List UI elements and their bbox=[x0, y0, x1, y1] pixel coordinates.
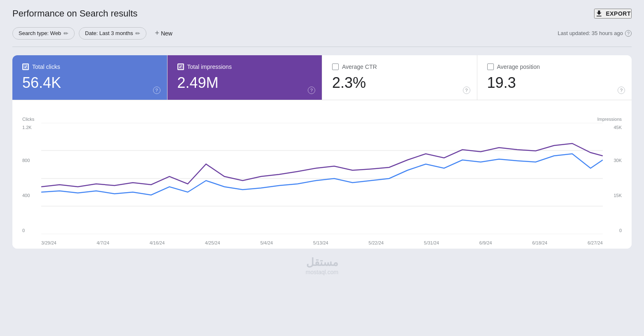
last-updated: Last updated: 35 hours ago ? bbox=[558, 30, 632, 37]
x-label-7: 5/22/24 bbox=[368, 240, 384, 245]
x-axis: 3/29/24 4/7/24 4/16/24 4/25/24 5/4/24 5/… bbox=[41, 240, 603, 245]
date-label: Date: Last 3 months bbox=[85, 30, 133, 36]
x-label-8: 5/31/24 bbox=[424, 240, 439, 245]
plus-icon: + bbox=[155, 29, 159, 38]
download-icon bbox=[595, 9, 603, 18]
metrics-row: Total clicks 56.4K ? Total impressions 2… bbox=[12, 55, 632, 100]
metric-header-clicks: Total clicks bbox=[22, 63, 157, 70]
chart-svg bbox=[41, 123, 603, 234]
x-label-5: 5/4/24 bbox=[260, 240, 273, 245]
ctr-checkbox[interactable] bbox=[332, 63, 339, 70]
date-filter[interactable]: Date: Last 3 months ✏ bbox=[79, 27, 146, 40]
date-edit-icon: ✏ bbox=[135, 30, 140, 37]
ctr-value: 2.3% bbox=[332, 74, 467, 92]
metric-tile-average-position[interactable]: Average position 19.3 ? bbox=[477, 55, 632, 100]
metric-tile-average-ctr[interactable]: Average CTR 2.3% ? bbox=[322, 55, 477, 100]
x-label-1: 3/29/24 bbox=[41, 240, 57, 245]
y-right-impressions-label: Impressions bbox=[597, 117, 622, 122]
y-right-30k: 30K bbox=[613, 158, 622, 163]
last-updated-text: Last updated: 35 hours ago bbox=[558, 30, 623, 36]
ctr-label: Average CTR bbox=[342, 63, 377, 70]
clicks-label: Total clicks bbox=[32, 63, 60, 70]
clicks-help-icon[interactable]: ? bbox=[153, 87, 160, 94]
clicks-value: 56.4K bbox=[22, 74, 157, 92]
export-label: EXPORT bbox=[606, 10, 631, 17]
last-updated-help-icon[interactable]: ? bbox=[625, 30, 632, 37]
y-right-45k: 45K bbox=[613, 125, 622, 130]
filter-row: Search type: Web ✏ Date: Last 3 months ✏… bbox=[12, 26, 632, 47]
position-value: 19.3 bbox=[487, 74, 622, 92]
x-label-11: 6/27/24 bbox=[587, 240, 603, 245]
export-button[interactable]: EXPORT bbox=[594, 9, 632, 19]
impressions-label: Total impressions bbox=[187, 63, 232, 70]
clicks-checkbox[interactable] bbox=[22, 63, 29, 70]
metric-header-position: Average position bbox=[487, 63, 622, 70]
y-left-clicks-label: Clicks bbox=[22, 117, 34, 122]
x-label-9: 6/9/24 bbox=[479, 240, 492, 245]
position-label: Average position bbox=[497, 63, 540, 70]
clicks-line bbox=[41, 154, 603, 195]
y-right-15k: 15K bbox=[613, 193, 622, 198]
metric-tile-total-impressions[interactable]: Total impressions 2.49M ? bbox=[167, 55, 323, 100]
new-button[interactable]: + New bbox=[151, 26, 177, 40]
search-type-edit-icon: ✏ bbox=[64, 30, 68, 37]
main-card: Total clicks 56.4K ? Total impressions 2… bbox=[12, 55, 632, 249]
search-type-label: Search type: Web bbox=[19, 30, 61, 36]
metric-header-ctr: Average CTR bbox=[332, 63, 467, 70]
impressions-value: 2.49M bbox=[177, 74, 312, 92]
x-label-6: 5/13/24 bbox=[313, 240, 328, 245]
y-left-800: 800 bbox=[22, 158, 30, 163]
chart-container: Clicks 1.2K 800 400 0 Impressions 45K 30… bbox=[12, 100, 632, 249]
position-help-icon[interactable]: ? bbox=[618, 87, 625, 94]
new-label: New bbox=[161, 30, 172, 37]
page-title: Performance on Search results bbox=[12, 8, 137, 19]
watermark-text: مستقل bbox=[12, 256, 632, 269]
x-label-3: 4/16/24 bbox=[149, 240, 165, 245]
impressions-help-icon[interactable]: ? bbox=[308, 87, 315, 94]
y-left-400: 400 bbox=[22, 193, 30, 198]
watermark-subtext: mostaql.com bbox=[12, 269, 632, 275]
x-label-10: 6/18/24 bbox=[532, 240, 547, 245]
watermark-container: مستقل mostaql.com bbox=[12, 249, 632, 278]
search-type-filter[interactable]: Search type: Web ✏ bbox=[12, 27, 75, 40]
ctr-help-icon[interactable]: ? bbox=[463, 87, 470, 94]
y-left-0: 0 bbox=[22, 228, 25, 233]
impressions-checkbox[interactable] bbox=[177, 63, 184, 70]
page-container: Performance on Search results EXPORT Sea… bbox=[0, 0, 644, 336]
y-right-0: 0 bbox=[619, 228, 622, 233]
x-label-2: 4/7/24 bbox=[97, 240, 109, 245]
position-checkbox[interactable] bbox=[487, 63, 494, 70]
metric-header-impressions: Total impressions bbox=[177, 63, 312, 70]
metric-tile-total-clicks[interactable]: Total clicks 56.4K ? bbox=[12, 55, 167, 100]
x-label-4: 4/25/24 bbox=[205, 240, 220, 245]
y-left-1200: 1.2K bbox=[22, 125, 32, 130]
header-row: Performance on Search results EXPORT bbox=[12, 8, 632, 19]
